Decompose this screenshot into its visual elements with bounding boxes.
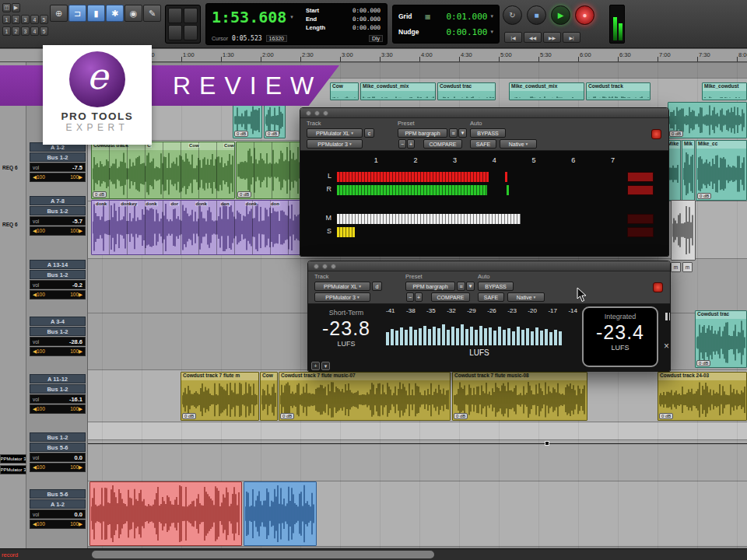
zoom-preset-3[interactable]: 3 (21, 15, 30, 24)
lufs-meter-plugin-window[interactable]: TrackPresetAutoPPMulator XL▾dPPM bargrap… (307, 261, 671, 372)
pan-display[interactable]: ◀100100▶ (30, 290, 86, 299)
mode-button[interactable] (168, 25, 182, 40)
rewind-button[interactable]: ◀◀ (524, 32, 542, 43)
nudge-setting[interactable]: Nudge 0:00.100 ▾ (398, 27, 493, 37)
output-selector[interactable]: A 7-8 (30, 196, 86, 205)
overload-indicator[interactable] (627, 227, 654, 237)
window-control-button[interactable] (306, 110, 311, 116)
window-control-button[interactable] (314, 110, 320, 116)
pan-display[interactable]: ◀100100▶ (30, 404, 86, 414)
processing-mode-selector[interactable]: Native▾ (507, 292, 545, 302)
bus-selector[interactable]: Bus 5-6 (30, 443, 86, 452)
mode-button[interactable] (168, 8, 182, 23)
zoom-tool-button[interactable]: ⊕ (50, 5, 68, 22)
volume-display[interactable]: vol0.0 (30, 509, 86, 519)
online-button[interactable]: ↻ (503, 5, 522, 25)
preset-selector[interactable]: PPM bargraph (398, 128, 447, 138)
stop-button[interactable]: ■ (527, 5, 546, 25)
output-selector[interactable]: Bus 1-2 (30, 432, 86, 442)
overload-indicator[interactable] (627, 185, 654, 195)
compare-button[interactable]: COMPARE (423, 139, 462, 149)
pan-display[interactable]: ◀100100▶ (30, 347, 86, 356)
ppm-meter-plugin-window[interactable]: TrackPresetAutoPPMulator XL▾cPPM bargrap… (300, 107, 669, 257)
horizontal-scrollbar[interactable] (92, 551, 434, 558)
compare-button[interactable]: COMPARE (431, 292, 470, 302)
overload-indicator[interactable] (627, 172, 654, 182)
zoom-preset-4[interactable]: 4 (30, 15, 39, 24)
insert-selector[interactable]: PPMulator XL▾ (314, 282, 370, 291)
go-to-end-button[interactable]: ▶| (563, 32, 580, 43)
output-selector[interactable]: A 11-12 (30, 374, 86, 383)
plugin-selector[interactable]: PPMulator 3▾ (307, 139, 363, 149)
chevron-down-icon[interactable]: ▾ (290, 14, 293, 20)
safe-button[interactable]: SAFE (478, 292, 504, 302)
play-button[interactable]: ▶ (551, 5, 570, 25)
trim-tool-button[interactable]: ⊐ (68, 5, 86, 22)
volume-display[interactable]: vol-0.2 (30, 280, 86, 289)
pan-display[interactable]: ◀100100▶ (30, 173, 86, 182)
librarian-menu-button[interactable]: ≡ (449, 128, 458, 138)
volume-display[interactable]: vol-5.7 (30, 216, 86, 226)
pan-display[interactable]: ◀100100▶ (30, 520, 86, 529)
start-field[interactable]: Start0:00.000 (306, 6, 381, 15)
zoom-preset-alt-1[interactable]: 1 (2, 26, 11, 36)
mode-button[interactable] (184, 25, 198, 40)
insert-slot-label[interactable]: PPMulator 3 (0, 465, 26, 474)
compare-minus-button[interactable]: − (406, 292, 414, 302)
window-control-button[interactable] (323, 110, 328, 116)
safe-button[interactable]: SAFE (470, 139, 496, 149)
compare-minus-button[interactable]: − (398, 139, 406, 149)
plugin-titlebar[interactable] (308, 261, 670, 271)
pause-button[interactable] (664, 312, 671, 321)
play-icon[interactable]: ▶ (12, 3, 20, 12)
automation-breakpoint[interactable] (545, 441, 549, 446)
zoom-preset-alt-5[interactable]: 5 (40, 26, 48, 36)
pan-display[interactable]: ◀100100▶ (30, 226, 86, 236)
preset-selector[interactable]: PPM bargraph (405, 282, 455, 291)
volume-display[interactable]: vol-28.6 (30, 337, 86, 346)
window-icon[interactable]: ◫ (2, 3, 11, 12)
end-field[interactable]: End0:00.000 (306, 15, 381, 23)
length-field[interactable]: Length0:00.000 (306, 23, 381, 32)
zoom-preset-alt-4[interactable]: 4 (30, 26, 39, 36)
window-control-button[interactable] (322, 264, 328, 269)
chevron-down-icon[interactable]: ▾ (490, 29, 493, 35)
volume-display[interactable]: vol-16.1 (30, 394, 86, 404)
bus-selector[interactable]: Bus 1-2 (30, 152, 86, 162)
pan-display[interactable]: ◀100100▶ (30, 463, 86, 472)
insert-selector[interactable]: PPMulator XL▾ (307, 128, 363, 138)
output-selector[interactable]: Bus 5-6 (30, 489, 86, 499)
grab-tool-button[interactable]: ✱ (106, 5, 124, 22)
bus-selector[interactable]: Bus 1-2 (30, 384, 86, 394)
bus-selector[interactable]: Bus 1-2 (30, 270, 86, 279)
target-button[interactable] (653, 282, 663, 292)
zoom-preset-5[interactable]: 5 (40, 15, 48, 24)
close-button[interactable]: × (664, 341, 669, 351)
bus-selector[interactable]: Bus 1-2 (30, 206, 86, 215)
options-button[interactable]: ▾ (321, 362, 330, 370)
window-control-button[interactable] (331, 264, 336, 269)
zoom-preset-1[interactable]: 1 (2, 15, 11, 24)
overload-indicator[interactable] (627, 214, 654, 224)
zoom-preset-alt-3[interactable]: 3 (21, 26, 30, 36)
return-to-zero-button[interactable]: |◀ (504, 32, 522, 43)
bus-selector[interactable]: A 1-2 (30, 499, 86, 509)
zoom-preset-alt-2[interactable]: 2 (12, 26, 20, 36)
chevron-down-icon[interactable]: ▾ (490, 13, 493, 19)
window-control-button[interactable] (314, 264, 319, 269)
grid-setting[interactable]: Grid ▦ 0:01.000 ▾ (398, 12, 493, 22)
add-button[interactable]: + (311, 362, 320, 370)
delay-indicator[interactable]: Dly (369, 35, 383, 42)
volume-display[interactable]: vol-7.5 (30, 163, 86, 172)
bypass-button[interactable]: BYPASS (470, 128, 506, 138)
scrub-tool-button[interactable]: ◉ (124, 5, 142, 22)
output-selector[interactable]: A 3-4 (30, 317, 86, 326)
plugin-selector[interactable]: PPMulator 3▾ (314, 292, 370, 302)
insert-slot-label[interactable]: PPMulator 3 (0, 454, 26, 464)
settings-menu-button[interactable]: ▾ (458, 128, 467, 138)
compare-plus-button[interactable]: + (407, 139, 415, 149)
record-button[interactable]: ● (575, 5, 594, 25)
librarian-menu-button[interactable]: ≡ (457, 282, 465, 291)
pencil-tool-button[interactable]: ✎ (143, 5, 161, 22)
insert-slot-button[interactable]: d (372, 282, 382, 291)
